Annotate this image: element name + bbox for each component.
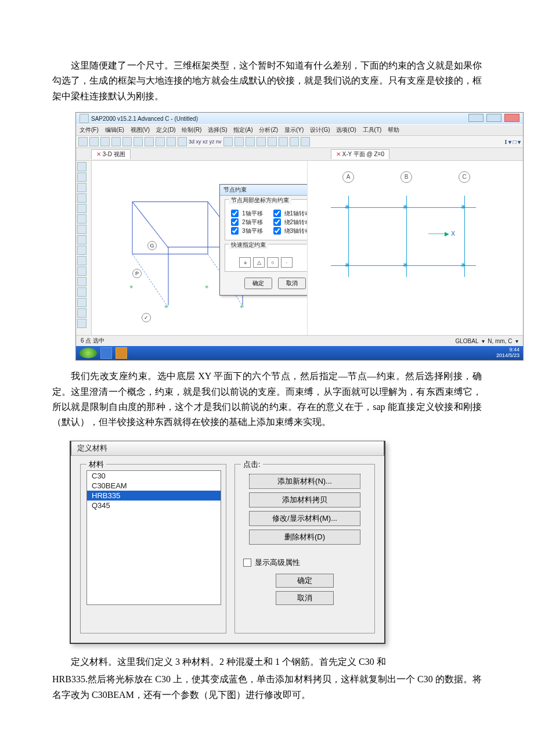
toolbar-icon[interactable] xyxy=(246,137,255,146)
restraint-fixed-icon[interactable]: ⏚ xyxy=(239,257,251,268)
windows-taskbar[interactable]: 9:44 2014/5/23 xyxy=(76,346,523,360)
material-ok-button[interactable]: 确定 xyxy=(276,574,334,588)
menu-item[interactable]: 编辑(E) xyxy=(105,127,124,133)
view-tab-xy[interactable]: ✕ X-Y 平面 @ Z=0 xyxy=(331,149,389,159)
menu-item[interactable]: 定义(D) xyxy=(156,127,176,133)
minimize-button[interactable] xyxy=(468,114,484,122)
menu-item[interactable]: 选项(O) xyxy=(336,127,356,133)
system-tray[interactable]: 9:44 2014/5/23 xyxy=(496,347,519,359)
sap-window-title: SAP2000 v15.2.1 Advanced C - (Untitled) xyxy=(91,116,198,122)
figure-sap-screenshot: SAP2000 v15.2.1 Advanced C - (Untitled) … xyxy=(75,112,482,361)
checkbox-r3[interactable]: 绕3轴转动 xyxy=(271,225,308,236)
toolbar-icon[interactable] xyxy=(111,137,121,146)
menu-item[interactable]: 显示(Y) xyxy=(284,127,304,133)
menu-item[interactable]: 文件(F) xyxy=(80,127,99,133)
side-tool-icon[interactable] xyxy=(77,235,86,244)
joint-restraint-dialog: 节点约束 节点局部坐标方向约束 1轴平移 绕1轴转动 2轴平移 xyxy=(219,184,308,296)
tray-date: 2014/5/23 xyxy=(496,353,519,359)
side-tool-icon[interactable] xyxy=(77,287,86,297)
checkbox-u3[interactable]: 3轴平移 xyxy=(229,225,263,236)
dialog-title: 节点约束 xyxy=(220,185,308,196)
advanced-checkbox[interactable]: 显示高级属性 xyxy=(243,557,369,568)
toolbar-icon[interactable] xyxy=(100,137,110,146)
sap-side-toolbar[interactable] xyxy=(76,161,92,335)
list-item[interactable]: Q345 xyxy=(87,501,221,510)
menu-item[interactable]: 分析(Z) xyxy=(259,127,278,133)
side-tool-icon[interactable] xyxy=(77,319,86,328)
side-tool-icon[interactable] xyxy=(77,308,86,318)
side-tool-icon[interactable] xyxy=(77,256,86,265)
toolbar-icon[interactable] xyxy=(78,137,88,146)
start-button-icon[interactable] xyxy=(80,348,97,358)
fast-restraint-icons[interactable]: ⏚ △ ○ · xyxy=(229,257,308,268)
advanced-label: 显示高级属性 xyxy=(255,557,300,568)
menu-item[interactable]: 帮助 xyxy=(388,127,399,133)
toolbar-icon[interactable] xyxy=(156,137,165,146)
side-tool-icon[interactable] xyxy=(77,246,86,255)
axis-label: A xyxy=(342,171,354,183)
menu-item[interactable]: 绘制(R) xyxy=(182,127,201,133)
menu-item[interactable]: 视图(V) xyxy=(131,127,150,133)
dialog-ok-button[interactable]: 确定 xyxy=(244,278,272,289)
paragraph-1: 这里随便建了一个尺寸。三维框架类型，这个暂时不知道有什么差别，下面的约束的含义就… xyxy=(52,58,482,104)
side-tool-icon[interactable] xyxy=(77,267,86,276)
toolbar-icon[interactable] xyxy=(234,137,244,146)
menu-item[interactable]: 选择(S) xyxy=(208,127,227,133)
side-tool-icon[interactable] xyxy=(77,204,86,213)
delete-material-button[interactable]: 删除材料(D) xyxy=(249,530,360,545)
view-tab-3d[interactable]: ✕ 3-D 视图 xyxy=(91,149,131,159)
side-tool-icon[interactable] xyxy=(77,172,86,182)
materials-group: 材料 C30 C30BEAM HRB335 Q345 xyxy=(80,464,226,633)
copy-material-button[interactable]: 添加材料拷贝 xyxy=(249,492,360,507)
maximize-button[interactable] xyxy=(486,114,501,122)
toolbar-icon[interactable] xyxy=(178,137,187,146)
viewport-plan[interactable]: A B C ✳ ✳ ✳ ✳ ✳ ✳ xyxy=(308,161,523,335)
restraint-free-icon[interactable]: · xyxy=(281,257,293,268)
menu-item[interactable]: 指定(A) xyxy=(233,127,252,133)
side-tool-icon[interactable] xyxy=(77,162,86,171)
close-button[interactable] xyxy=(504,114,519,122)
side-tool-icon[interactable] xyxy=(77,193,86,203)
toolbar-icon[interactable] xyxy=(279,137,288,146)
toolbar-icon[interactable] xyxy=(145,137,154,146)
add-material-button[interactable]: 添加新材料(N)... xyxy=(249,474,360,489)
paragraph-2: 我们先改支座约束。选中底层 XY 平面下的六个节点，然后指定—节点—约束。然后选… xyxy=(52,369,482,430)
taskbar-app-icon[interactable] xyxy=(100,347,112,359)
toolbar-icon[interactable] xyxy=(301,137,310,146)
toolbar-icon[interactable] xyxy=(122,137,132,146)
menu-item[interactable]: 工具(T) xyxy=(363,127,382,133)
menu-item[interactable]: 设计(G) xyxy=(310,127,330,133)
window-controls[interactable] xyxy=(467,114,519,123)
figure-define-material-dialog: 定义材料 材料 C30 C30BEAM HRB335 Q345 点击: 添加新材… xyxy=(70,441,482,644)
side-tool-icon[interactable] xyxy=(77,214,86,224)
viewport-3d[interactable]: ✳ ✳ ✳ ✳ G P ✓ 节点约束 节点局部坐标方向约束 xyxy=(92,161,308,335)
dialog-cancel-button[interactable]: 取消 xyxy=(278,278,306,289)
side-tool-icon[interactable] xyxy=(77,298,86,307)
list-item[interactable]: C30BEAM xyxy=(87,481,221,491)
modify-material-button[interactable]: 修改/显示材料(M)... xyxy=(249,511,360,526)
taskbar-app-icon[interactable] xyxy=(116,347,127,359)
side-tool-icon[interactable] xyxy=(77,225,86,234)
toolbar-icon[interactable] xyxy=(268,137,277,146)
list-item[interactable]: C30 xyxy=(87,471,221,481)
side-tool-icon[interactable] xyxy=(77,183,86,192)
checkbox-icon[interactable] xyxy=(243,559,251,567)
toolbar-icon[interactable] xyxy=(89,137,99,146)
list-item-selected[interactable]: HRB335 xyxy=(87,491,221,501)
toolbar-icon[interactable] xyxy=(257,137,266,146)
toolbar-icon[interactable] xyxy=(167,137,176,146)
sap-menubar[interactable]: 文件(F) 编辑(E) 视图(V) 定义(D) 绘制(R) 选择(S) 指定(A… xyxy=(76,124,523,136)
restraint-pinned-icon[interactable]: △ xyxy=(253,257,265,268)
materials-listbox[interactable]: C30 C30BEAM HRB335 Q345 xyxy=(86,470,221,605)
material-cancel-button[interactable]: 取消 xyxy=(276,591,334,605)
side-tool-icon[interactable] xyxy=(77,277,86,286)
toolbar-icon[interactable] xyxy=(290,137,299,146)
click-legend: 点击: xyxy=(241,459,263,470)
restraint-roller-icon[interactable]: ○ xyxy=(267,257,279,268)
status-selection: 6 点 选中 xyxy=(81,337,104,345)
sap-toolbar[interactable]: 3d xy xz yz nv I ▾ □ ▾ xyxy=(76,136,523,148)
toolbar-icon[interactable] xyxy=(223,137,233,146)
toolbar-icon[interactable] xyxy=(134,137,143,146)
material-dialog-title: 定义材料 xyxy=(71,441,384,456)
sap-app-icon xyxy=(80,114,89,123)
